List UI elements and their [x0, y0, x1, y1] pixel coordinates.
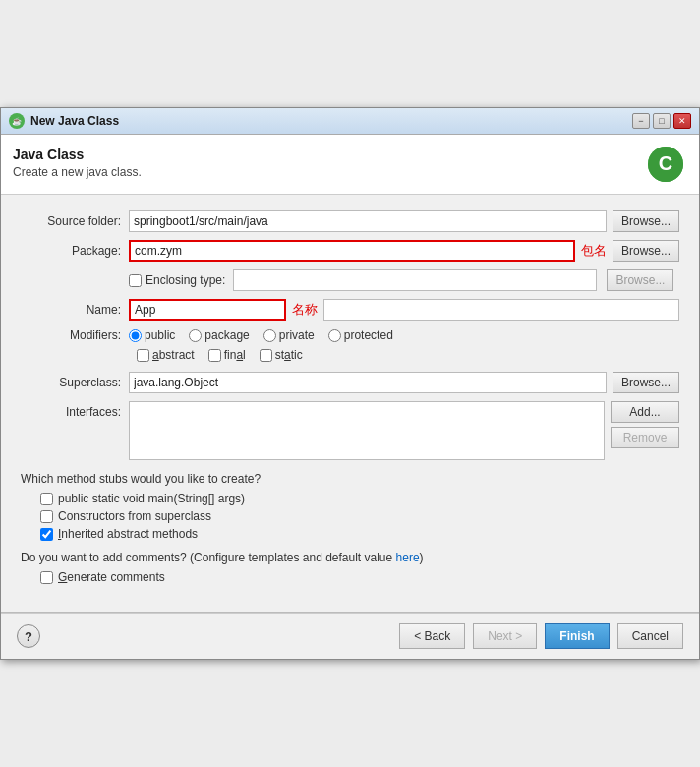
modifier-static-text: static — [275, 348, 303, 362]
enclosing-type-browse-button[interactable]: Browse... — [607, 269, 673, 291]
modifier-final-checkbox[interactable] — [208, 349, 221, 362]
interfaces-remove-button[interactable]: Remove — [611, 427, 679, 448]
modifier-package-label[interactable]: package — [189, 328, 249, 342]
superclass-browse-button[interactable]: Browse... — [612, 372, 679, 393]
stub-constructor-label: Constructors from superclass — [58, 509, 211, 523]
interfaces-buttons: Add... Remove — [611, 401, 679, 448]
dialog-icon: ☕ — [9, 113, 25, 129]
name-label: Name: — [21, 303, 129, 317]
generate-comments-label: Generate comments — [58, 570, 165, 584]
modifier-protected-label[interactable]: protected — [328, 328, 393, 342]
modifier-public-radio[interactable] — [129, 329, 142, 342]
package-label: Package: — [21, 244, 129, 258]
package-annotation: 包名 — [581, 242, 607, 260]
help-button[interactable]: ? — [17, 624, 40, 648]
enclosing-type-checkbox[interactable] — [129, 274, 142, 287]
modifiers-row: Modifiers: public package private protec… — [21, 328, 679, 342]
stub-main-label: public static void main(String[] args) — [58, 492, 245, 505]
stubs-checks: public static void main(String[] args) C… — [40, 492, 679, 541]
form-content: Source folder: Browse... Package: 包名 Bro… — [1, 195, 699, 600]
interfaces-box — [129, 401, 605, 460]
back-button[interactable]: < Back — [399, 623, 465, 649]
stub-main-checkbox[interactable] — [40, 493, 53, 505]
stub-main-row: public static void main(String[] args) — [40, 492, 679, 505]
enclosing-type-row: Enclosing type: Browse... — [21, 269, 679, 291]
source-folder-browse-button[interactable]: Browse... — [612, 210, 679, 232]
source-folder-input[interactable] — [129, 210, 607, 232]
header-subtitle: Create a new java class. — [13, 165, 142, 179]
cancel-button[interactable]: Cancel — [617, 623, 683, 649]
stubs-question: Which method stubs would you like to cre… — [21, 472, 679, 486]
modifier-package-radio[interactable] — [189, 329, 202, 342]
modifier-final-label[interactable]: final — [208, 348, 246, 362]
interfaces-label: Interfaces: — [21, 401, 129, 419]
minimize-button[interactable]: − — [632, 113, 650, 129]
modifier-private-label[interactable]: private — [263, 328, 315, 342]
restore-button[interactable]: □ — [653, 113, 671, 129]
header-logo: C — [648, 147, 683, 182]
interfaces-section: Interfaces: Add... Remove — [21, 401, 679, 460]
finish-button[interactable]: Finish — [545, 623, 609, 649]
stub-inherited-row: Inherited abstract methods — [40, 527, 679, 541]
superclass-row: Superclass: Browse... — [21, 372, 679, 393]
source-folder-label: Source folder: — [21, 214, 129, 228]
modifier-abstract-text: abstract — [152, 348, 195, 362]
modifier-final-text: final — [224, 348, 246, 362]
dialog-header: Java Class Create a new java class. C — [1, 135, 699, 195]
stub-inherited-checkbox[interactable] — [40, 528, 53, 541]
dialog-title: New Java Class — [30, 114, 626, 128]
modifier-protected-radio[interactable] — [328, 329, 341, 342]
stub-constructor-checkbox[interactable] — [40, 510, 53, 523]
modifier-private-radio[interactable] — [263, 329, 276, 342]
generate-comments-checkbox[interactable] — [40, 571, 53, 584]
header-title: Java Class — [13, 147, 142, 162]
stub-inherited-label: Inherited abstract methods — [58, 527, 198, 541]
name-row: Name: 名称 — [21, 299, 679, 321]
modifiers-options: public package private protected — [129, 328, 393, 342]
next-button[interactable]: Next > — [473, 623, 537, 649]
comments-text-after: ) — [420, 551, 424, 564]
modifier-abstract-checkbox[interactable] — [137, 349, 149, 362]
name-annotation: 名称 — [292, 301, 318, 319]
modifiers-label: Modifiers: — [21, 328, 129, 342]
package-browse-button[interactable]: Browse... — [612, 240, 679, 262]
interfaces-add-button[interactable]: Add... — [611, 401, 679, 423]
enclosing-type-input[interactable] — [233, 269, 597, 291]
svg-text:☕: ☕ — [12, 116, 22, 126]
comments-question: Do you want to add comments? (Configure … — [21, 551, 679, 564]
bottom-bar: ? < Back Next > Finish Cancel — [1, 613, 699, 659]
name-input[interactable] — [129, 299, 286, 321]
modifier-abstract-label[interactable]: abstract — [137, 348, 195, 362]
name-input-extra[interactable] — [323, 299, 679, 321]
superclass-input[interactable] — [129, 372, 607, 393]
window-controls: − □ ✕ — [632, 113, 691, 129]
generate-comments-row: Generate comments — [40, 570, 679, 584]
package-row: Package: 包名 Browse... — [21, 240, 679, 262]
enclosing-type-label: Enclosing type: — [146, 273, 225, 287]
svg-text:C: C — [659, 152, 672, 174]
stub-constructor-row: Constructors from superclass — [40, 509, 679, 523]
modifier-public-label[interactable]: public — [129, 328, 175, 342]
modifiers-row2: abstract final static — [137, 348, 679, 362]
superclass-label: Superclass: — [21, 376, 129, 389]
new-java-class-dialog: ☕ New Java Class − □ ✕ Java Class Create… — [0, 107, 700, 660]
close-button[interactable]: ✕ — [673, 113, 691, 129]
comments-text-before: Do you want to add comments? (Configure … — [21, 551, 396, 564]
source-folder-row: Source folder: Browse... — [21, 210, 679, 232]
title-bar: ☕ New Java Class − □ ✕ — [1, 108, 699, 135]
comments-here-link[interactable]: here — [396, 551, 420, 564]
package-input[interactable] — [129, 240, 575, 262]
modifier-static-checkbox[interactable] — [260, 349, 272, 362]
modifier-static-label[interactable]: static — [260, 348, 303, 362]
